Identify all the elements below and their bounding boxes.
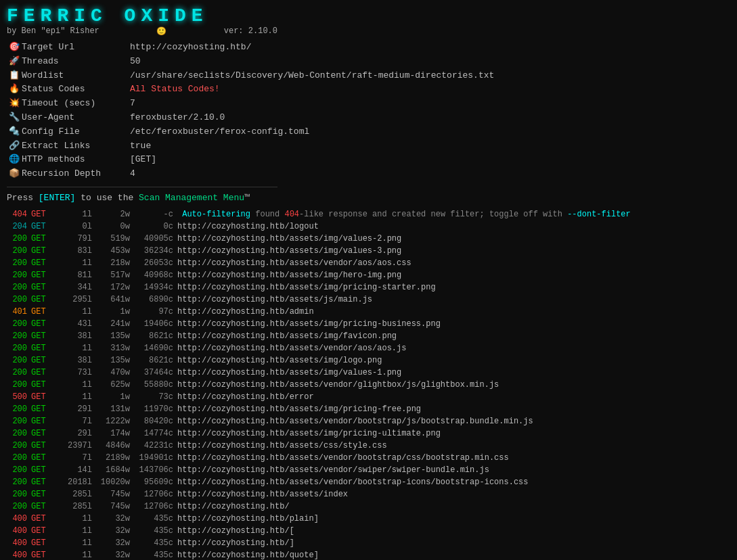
row-lines: 83l [61, 245, 96, 257]
row-lines: 285l [61, 488, 96, 500]
row-status: 200 [7, 403, 31, 415]
threads-value: 50 [130, 55, 141, 69]
row-lines: 34l [61, 281, 96, 294]
output-row-10: 200 GET 38l 135w 8621c http://cozyhostin… [7, 330, 730, 342]
row-url: http://cozyhosting.htb/assets/img/values… [177, 233, 401, 245]
scan-menu-label: Scan Management Menu [139, 193, 244, 203]
timeout-value: 7 [130, 97, 135, 111]
row-method: GET [31, 354, 61, 367]
row-words: 0w [96, 220, 134, 233]
config-row-extractlinks: 🔗 Extract Links true [7, 139, 730, 154]
row-lines: 29l [61, 427, 96, 440]
filter-status: 404 [7, 208, 31, 220]
main-container: FERRIC OXIDE by Ben "epi" Risher 🙂 ver: … [0, 0, 737, 560]
row-words: 519w [96, 233, 134, 245]
row-status: 400 [7, 513, 31, 525]
row-status: 200 [7, 269, 31, 281]
timeout-icon: 💥 [7, 97, 22, 111]
press-suffix: ™ [244, 193, 250, 203]
row-url: http://cozyhosting.htb/[ [177, 525, 294, 537]
row-method: GET [31, 391, 61, 403]
author-label: by Ben "epi" Risher [7, 26, 99, 37]
row-method: GET [31, 549, 61, 560]
target-icon: 🎯 [7, 41, 22, 55]
row-words: 135w [96, 330, 134, 342]
row-status: 200 [7, 330, 31, 342]
row-words: 32w [96, 513, 134, 525]
row-url: http://cozyhosting.htb/assets/img/values… [177, 367, 401, 379]
extractlinks-value: true [130, 139, 151, 154]
extractlinks-label: Extract Links [22, 139, 130, 154]
row-words: 313w [96, 342, 134, 354]
row-lines: 1l [61, 549, 96, 560]
row-status: 200 [7, 318, 31, 330]
row-chars: 42231c [134, 440, 177, 452]
config-row-threads: 🚀 Threads 50 [7, 55, 730, 69]
configfile-value: /etc/feroxbuster/ferox-config.toml [130, 125, 309, 139]
row-status: 401 [7, 306, 31, 318]
config-row-timeout: 💥 Timeout (secs) 7 [7, 97, 730, 111]
filter-chars: -c [134, 208, 177, 220]
row-status: 200 [7, 452, 31, 464]
row-method: GET [31, 525, 61, 537]
row-status: 200 [7, 427, 31, 440]
row-lines: 1l [61, 391, 96, 403]
output-row-13: 200 GET 73l 470w 37464c http://cozyhosti… [7, 367, 730, 379]
filter-row: 404 GET 1l 2w -c Auto-filtering found 40… [7, 208, 730, 220]
row-method: GET [31, 257, 61, 269]
output-row-23: 200 GET 285l 745w 12706c http://cozyhost… [7, 488, 730, 500]
row-chars: 19406c [134, 318, 177, 330]
row-url: http://cozyhosting.htb/assets/img/pricin… [177, 427, 441, 440]
wordlist-icon: 📋 [7, 69, 22, 83]
row-status: 200 [7, 367, 31, 379]
row-status: 200 [7, 440, 31, 452]
row-lines: 14l [61, 464, 96, 476]
row-method: GET [31, 403, 61, 415]
row-url: http://cozyhosting.htb/plain] [177, 513, 319, 525]
row-url: http://cozyhosting.htb/assets/css/style.… [177, 440, 387, 452]
filter-words: 2w [96, 208, 134, 220]
row-status: 200 [7, 488, 31, 500]
row-words: 641w [96, 294, 134, 306]
row-url: http://cozyhosting.htb/assets/vendor/swi… [177, 464, 489, 476]
row-lines: 2397l [61, 440, 96, 452]
row-words: 131w [96, 403, 134, 415]
config-row-status: 🔥 Status Codes All Status Codes! [7, 83, 730, 97]
output-row-26: 400 GET 1l 32w 435c http://cozyhosting.h… [7, 525, 730, 537]
row-url: http://cozyhosting.htb/ [177, 500, 290, 513]
config-row-recursion: 📦 Recursion Depth 4 [7, 167, 730, 181]
row-method: GET [31, 440, 61, 452]
row-words: 4846w [96, 440, 134, 452]
row-lines: 38l [61, 354, 96, 367]
row-lines: 1l [61, 342, 96, 354]
row-method: GET [31, 342, 61, 354]
row-chars: 40968c [134, 269, 177, 281]
useragent-value: feroxbuster/2.10.0 [130, 111, 225, 125]
row-url: http://cozyhosting.htb/assets/img/favico… [177, 330, 397, 342]
row-status: 200 [7, 233, 31, 245]
filter-text: Auto-filtering found 404-like response a… [177, 208, 631, 220]
threads-icon: 🚀 [7, 55, 22, 69]
row-chars: 6890c [134, 294, 177, 306]
row-url: http://cozyhosting.htb/assets/vendor/aos… [177, 342, 406, 354]
row-status: 400 [7, 525, 31, 537]
row-method: GET [31, 452, 61, 464]
row-status: 200 [7, 342, 31, 354]
row-words: 745w [96, 500, 134, 513]
emoji-face: 🙂 [156, 26, 166, 37]
row-chars: 97c [134, 306, 177, 318]
row-words: 218w [96, 257, 134, 269]
row-chars: 435c [134, 537, 177, 549]
row-method: GET [31, 367, 61, 379]
recursion-value: 4 [130, 167, 135, 181]
row-url: http://cozyhosting.htb/assets/img/pricin… [177, 318, 441, 330]
row-url: http://cozyhosting.htb/quote] [177, 549, 319, 560]
output-row-20: 200 GET 7l 2189w 194901c http://cozyhost… [7, 452, 730, 464]
row-method: GET [31, 294, 61, 306]
row-method: GET [31, 233, 61, 245]
output-row-17: 200 GET 7l 1222w 80420c http://cozyhosti… [7, 415, 730, 427]
timeout-label: Timeout (secs) [22, 97, 130, 111]
subtitle: by Ben "epi" Risher 🙂 ver: 2.10.0 [7, 26, 277, 37]
row-url: http://cozyhosting.htb/logout [177, 220, 319, 233]
row-status: 200 [7, 500, 31, 513]
